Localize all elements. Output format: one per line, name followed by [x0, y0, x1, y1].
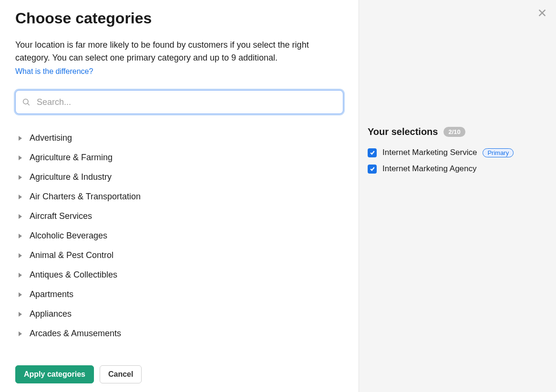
caret-right-icon — [18, 292, 23, 298]
category-item[interactable]: Arcades & Amusements — [15, 324, 324, 343]
footer: Apply categories Cancel — [15, 355, 343, 383]
search-input[interactable] — [15, 90, 343, 114]
category-list[interactable]: Advertising Agriculture & Farming Agricu… — [15, 128, 343, 355]
category-label: Agriculture & Farming — [30, 153, 113, 163]
category-item[interactable]: Advertising — [15, 128, 324, 148]
category-item[interactable]: Air Charters & Transportation — [15, 187, 324, 206]
caret-right-icon — [18, 155, 23, 161]
category-label: Apartments — [30, 289, 73, 299]
search-icon — [22, 98, 31, 106]
category-label: Advertising — [30, 133, 72, 143]
category-label: Arcades & Amusements — [30, 329, 121, 339]
caret-right-icon — [18, 194, 23, 200]
selection-item: Internet Marketing Agency — [368, 164, 542, 174]
close-icon — [537, 8, 547, 20]
category-label: Air Charters & Transportation — [30, 192, 141, 202]
page-description: Your location is far more likely to be f… — [15, 39, 343, 64]
category-item[interactable]: Agriculture & Farming — [15, 148, 324, 167]
page-title: Choose categories — [15, 10, 343, 27]
caret-right-icon — [18, 311, 23, 317]
caret-right-icon — [18, 175, 23, 180]
selections-count-badge: 2/10 — [443, 127, 465, 137]
right-panel: Your selections 2/10 Internet Marketing … — [359, 0, 556, 392]
category-item[interactable]: Apartments — [15, 285, 324, 304]
category-label: Animal & Pest Control — [30, 250, 113, 260]
category-label: Antiques & Collectibles — [30, 270, 117, 280]
selection-checkbox[interactable] — [368, 165, 377, 174]
caret-right-icon — [18, 214, 23, 219]
difference-link[interactable]: What is the difference? — [15, 67, 343, 76]
category-label: Appliances — [30, 309, 72, 319]
category-item[interactable]: Animal & Pest Control — [15, 246, 324, 265]
category-label: Alcoholic Beverages — [30, 231, 107, 241]
category-item[interactable]: Agriculture & Industry — [15, 167, 324, 187]
category-label: Aircraft Services — [30, 211, 92, 221]
selection-label: Internet Marketing Agency — [382, 164, 477, 174]
category-item[interactable]: Aircraft Services — [15, 206, 324, 226]
search-wrapper — [15, 90, 343, 114]
apply-button[interactable]: Apply categories — [15, 365, 94, 383]
caret-right-icon — [18, 233, 23, 239]
category-item[interactable]: Antiques & Collectibles — [15, 265, 324, 285]
cancel-button[interactable]: Cancel — [100, 365, 142, 383]
category-item[interactable]: Alcoholic Beverages — [15, 226, 324, 246]
selection-label: Internet Marketing Service — [382, 148, 477, 157]
primary-badge: Primary — [483, 148, 514, 157]
caret-right-icon — [18, 253, 23, 258]
svg-line-1 — [28, 103, 30, 105]
selection-item: Internet Marketing Service Primary — [368, 148, 542, 157]
caret-right-icon — [18, 135, 23, 141]
caret-right-icon — [18, 331, 23, 337]
caret-right-icon — [18, 272, 23, 278]
category-item[interactable]: Appliances — [15, 304, 324, 324]
selection-checkbox[interactable] — [368, 148, 377, 157]
selections-wrapper: Your selections 2/10 Internet Marketing … — [359, 0, 556, 174]
selections-header: Your selections 2/10 — [368, 126, 542, 137]
close-button[interactable] — [535, 7, 549, 21]
left-panel: Choose categories Your location is far m… — [0, 0, 359, 392]
selections-title: Your selections — [368, 126, 438, 137]
category-label: Agriculture & Industry — [30, 172, 112, 182]
selections-list: Internet Marketing Service Primary Inter… — [368, 148, 542, 174]
svg-point-0 — [23, 99, 29, 104]
